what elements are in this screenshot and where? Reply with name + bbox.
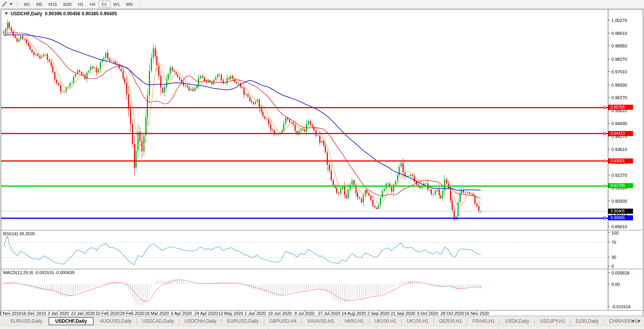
- macd-axis[interactable]: 0.0058180.00-0.011514: [608, 269, 642, 310]
- status-bar: [0, 326, 644, 329]
- price-axis[interactable]: 1.002700.996100.989500.982700.976100.969…: [608, 9, 642, 230]
- macd-axis-tick-label: 0.005818: [608, 271, 629, 275]
- timeframe-button-m30[interactable]: M30: [60, 1, 75, 8]
- chart-tab-usoil-daily[interactable]: USOil,Daily: [500, 317, 534, 325]
- chart-tab-usdcnh-daily[interactable]: USDCNH,Daily: [179, 317, 221, 325]
- price-tag: 0.90405: [608, 209, 633, 214]
- chart-tab-audusd-daily[interactable]: AUDUSD,Daily: [95, 317, 137, 325]
- price-tag: 0.93001: [608, 158, 633, 164]
- date-axis-label: 24 Apr 2020: [194, 311, 218, 316]
- chart-tab-ger30-h1[interactable]: GER30,H1: [434, 317, 467, 325]
- date-axis-label: 22 Jan 2020: [71, 311, 95, 316]
- tab-scroll-left-icon[interactable]: ◄: [631, 319, 634, 323]
- date-axis[interactable]: 27 Nov 201916 Dec 20193 Jan 202022 Jan 2…: [1, 311, 642, 315]
- price-axis-tick-label: 0.90930: [608, 199, 627, 204]
- date-axis-label: 3 Jan 2020: [48, 311, 69, 316]
- macd-pane: MACD(12,26,9) -0.001516 -0.000439 0.0058…: [1, 269, 642, 311]
- main-chart-pane: USDCHF,Daily 0.90396 0.90456 0.90385 0.9…: [1, 9, 642, 231]
- status-separator: [499, 327, 499, 329]
- status-separator: [69, 327, 70, 329]
- rsi-canvas[interactable]: [1, 231, 608, 269]
- date-axis-label: 2 Sep 2020: [367, 311, 389, 316]
- timeframe-button-h4[interactable]: H4: [86, 1, 98, 8]
- date-axis-label: 16 Nov 2020: [465, 311, 489, 316]
- toolbar-grip[interactable]: [16, 2, 18, 7]
- macd-axis-tick-label: 0.00: [608, 282, 620, 287]
- macd-axis-tick-label: -0.011514: [608, 304, 631, 309]
- price-axis-tick-label: 0.98270: [608, 57, 627, 62]
- rsi-axis-tick-label: 70: [608, 240, 616, 245]
- chart-tab-eurusd-daily[interactable]: EURUSD,Daily: [222, 317, 264, 325]
- timeframe-button-w1[interactable]: W1: [110, 1, 123, 8]
- rsi-axis[interactable]: 10070300: [608, 231, 642, 269]
- chart-tab-xauusd-h1[interactable]: XAUUSD,H1: [302, 317, 339, 325]
- top-toolbar: M1M5M15M30H1H4D1W1MN: [0, 0, 644, 9]
- chart-dropdown-icon[interactable]: [5, 13, 8, 15]
- date-axis-label: 27 Nov 2019: [0, 311, 21, 316]
- status-separator: [268, 327, 269, 329]
- date-axis-label: 18 Mar 2020: [145, 311, 169, 316]
- chart-tab-uk100-h1[interactable]: UK100,H1: [402, 317, 434, 325]
- price-axis-tick-label: 0.97610: [608, 69, 627, 74]
- toolbar-separator: [139, 1, 140, 7]
- chart-tab-hk50-h1[interactable]: HK50,H1: [340, 317, 369, 325]
- price-tag: 0.91709: [608, 183, 633, 188]
- price-axis-tick-label: 0.94930: [608, 121, 627, 126]
- status-separator: [550, 327, 550, 329]
- rsi-pane: RSI(14) 39.2505 10070300: [1, 231, 642, 269]
- macd-label: MACD(12,26,9) -0.001516 -0.000439: [3, 270, 75, 275]
- tabs-container: EURUSD,DailyUSDCHF,DailyAUDUSD,DailyUSDC…: [0, 317, 644, 325]
- date-axis-label: 8 Jul 2020: [295, 311, 315, 316]
- price-axis-tick-label: 0.89610: [608, 224, 627, 229]
- tab-scroll-right-icon[interactable]: ►: [638, 319, 641, 323]
- price-axis-tick-label: 1.00270: [608, 18, 627, 23]
- price-axis-tick-label: 0.92270: [608, 173, 627, 178]
- timeframe-button-d1[interactable]: D1: [99, 1, 110, 8]
- timeframe-button-m5[interactable]: M5: [33, 1, 45, 8]
- date-axis-label: 27 Jul 2020: [318, 311, 340, 316]
- timeframe-button-h1[interactable]: H1: [75, 1, 86, 8]
- date-axis-label: 10 Feb 2020: [95, 311, 120, 316]
- chart-window: USDCHF,Daily 0.90396 0.90456 0.90385 0.9…: [1, 9, 643, 316]
- chart-tab-bar: EURUSD,DailyUSDCHF,DailyAUDUSD,DailyUSDC…: [0, 316, 644, 326]
- date-axis-label: 21 Sep 2020: [391, 311, 415, 316]
- chart-symbol-label: USDCHF,Daily: [11, 11, 42, 16]
- chart-tab-fra40-h1[interactable]: FRA40,H1: [467, 317, 499, 325]
- date-axis-label: 16 Dec 2019: [21, 311, 46, 316]
- timeframe-button-mn[interactable]: MN: [123, 1, 136, 8]
- tab-scroll-controls: ◄ ►: [631, 319, 641, 323]
- chart-tab-usdjpy-h1[interactable]: USDJPY,H1: [535, 317, 570, 325]
- price-tag: 0.94413: [608, 131, 633, 136]
- price-axis-tick-label: 0.93610: [608, 147, 627, 152]
- chart-tab-gbpusd-h4[interactable]: GBPUSD,H4: [264, 317, 302, 325]
- date-axis-label: 9 Oct 2020: [417, 311, 438, 316]
- timeframe-button-m15[interactable]: M15: [46, 1, 60, 8]
- rsi-axis-tick-label: 30: [608, 255, 616, 260]
- chart-ohlc-values: 0.90396 0.90456 0.90385 0.90405: [45, 11, 117, 16]
- rsi-axis-tick-label: 100: [608, 231, 618, 235]
- chart-title: USDCHF,Daily 0.90396 0.90456 0.90385 0.9…: [5, 11, 117, 16]
- price-axis-tick-label: 0.99610: [608, 31, 627, 36]
- price-chart-canvas[interactable]: [1, 9, 608, 230]
- price-axis-tick-label: 0.96270: [608, 95, 627, 100]
- price-axis-tick-label: 0.96930: [608, 83, 627, 87]
- date-axis-label: 14 Aug 2020: [342, 311, 366, 316]
- chart-tab-dj30-daily[interactable]: DJ30,Daily: [571, 317, 604, 325]
- chevron-down-icon[interactable]: [9, 3, 13, 5]
- status-separator: [377, 327, 377, 329]
- timeframe-button-group: M1M5M15M30H1H4D1W1MN: [21, 1, 136, 8]
- chart-tab-usdcad-daily[interactable]: USDCAD,Daily: [137, 317, 179, 325]
- timeframe-button-m1[interactable]: M1: [21, 1, 33, 8]
- price-tag: 0.95765: [608, 105, 633, 110]
- chart-tab-uk100-h1[interactable]: UK100,H1: [370, 317, 401, 325]
- price-axis-tick-label: 0.98950: [608, 44, 627, 48]
- date-axis-label: 28 Feb 2020: [120, 311, 145, 316]
- date-axis-label: 28 Oct 2020: [441, 311, 464, 316]
- date-axis-label: 1 Jun 2020: [245, 311, 266, 316]
- macd-canvas[interactable]: [1, 269, 608, 310]
- chart-tab-eurusd-daily[interactable]: EURUSD,Daily: [5, 317, 48, 325]
- chart-tab-usdchf-daily[interactable]: USDCHF,Daily: [49, 317, 94, 325]
- date-axis-label: 19 Jun 2020: [268, 311, 292, 316]
- date-axis-label: 13 May 2020: [218, 311, 243, 316]
- crosshair-tool-icon[interactable]: [1, 1, 8, 7]
